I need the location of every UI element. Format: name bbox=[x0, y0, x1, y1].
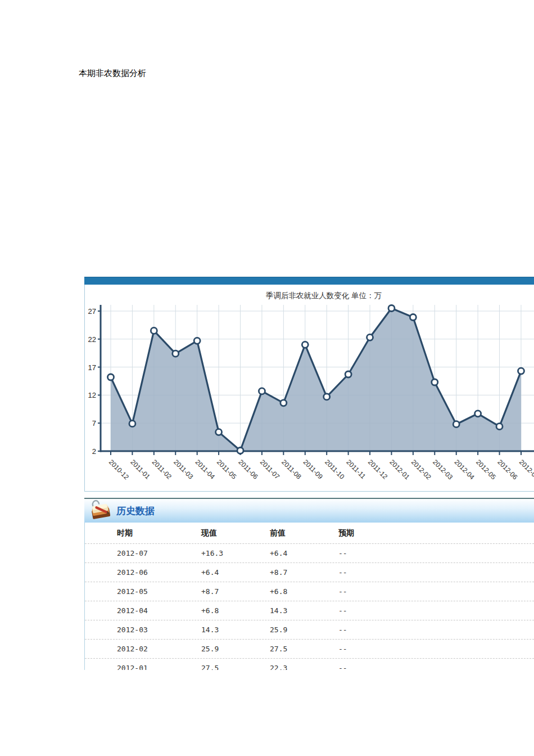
data-point bbox=[216, 429, 222, 435]
table-row: 2012-05+8.7+6.8-- bbox=[85, 582, 534, 601]
data-point bbox=[345, 371, 351, 377]
data-point bbox=[129, 421, 135, 427]
table-cell-current: +6.8 bbox=[201, 606, 270, 615]
table-cell-previous: 27.5 bbox=[270, 645, 338, 653]
column-header: 预期 bbox=[338, 528, 534, 538]
x-tick-label: 2010-12 bbox=[107, 458, 130, 481]
table-cell-period: 2012-01 bbox=[117, 664, 201, 670]
data-point bbox=[151, 327, 157, 334]
x-tick-label: 2012-07 bbox=[518, 458, 534, 481]
data-point bbox=[302, 341, 308, 348]
table-header-row: 时期现值前值预期 bbox=[85, 523, 534, 543]
data-point bbox=[388, 305, 395, 312]
table-cell-forecast: -- bbox=[338, 626, 534, 634]
x-tick-label: 2012-06 bbox=[496, 458, 519, 481]
x-tick-label: 2011-10 bbox=[323, 458, 346, 481]
page-title: 本期非农数据分析 bbox=[79, 68, 146, 79]
table-cell-period: 2012-06 bbox=[117, 568, 201, 577]
table-cell-current: +8.7 bbox=[201, 587, 270, 596]
data-point bbox=[453, 421, 459, 428]
table-cell-previous: 22.3 bbox=[270, 664, 338, 670]
table-row: 2012-07+16.3+6.4-- bbox=[85, 543, 534, 562]
nfp-area-chart: 27221712722010-122011-012011-022011-0320… bbox=[85, 285, 534, 491]
x-tick-label: 2011-12 bbox=[366, 458, 390, 481]
table-row: 2012-06+6.4+8.7-- bbox=[85, 562, 534, 582]
chart-widget-header-bar bbox=[84, 277, 534, 285]
data-point bbox=[518, 368, 524, 374]
y-tick-label: 7 bbox=[92, 419, 96, 428]
document-page: 本期非农数据分析 27221712722010-122011-012011-02… bbox=[0, 0, 534, 756]
x-tick-label: 2011-06 bbox=[237, 458, 260, 481]
table-cell-forecast: -- bbox=[338, 568, 534, 577]
area-fill bbox=[111, 308, 521, 451]
table-cell-previous: +6.8 bbox=[270, 587, 338, 596]
data-point bbox=[475, 411, 481, 417]
table-cell-previous: +6.4 bbox=[270, 549, 338, 557]
x-tick-label: 2011-05 bbox=[215, 458, 238, 481]
table-cell-period: 2012-05 bbox=[117, 587, 201, 596]
data-point bbox=[410, 314, 416, 321]
table-cell-forecast: -- bbox=[338, 606, 534, 615]
table-row: 2012-0225.927.5-- bbox=[85, 639, 534, 658]
x-tick-label: 2012-01 bbox=[388, 458, 411, 481]
data-point bbox=[259, 388, 265, 394]
table-row: 2012-0127.522.3-- bbox=[85, 658, 534, 670]
column-header: 时期 bbox=[117, 528, 201, 538]
x-tick-label: 2012-05 bbox=[474, 458, 497, 481]
table-cell-period: 2012-07 bbox=[117, 549, 201, 557]
column-header: 前值 bbox=[270, 528, 338, 538]
column-header: 现值 bbox=[201, 528, 270, 538]
table-cell-forecast: -- bbox=[338, 664, 534, 670]
x-tick-label: 2011-01 bbox=[129, 458, 152, 481]
table-cell-current: +6.4 bbox=[201, 568, 270, 577]
x-tick-label: 2012-03 bbox=[431, 458, 454, 481]
x-tick-label: 2012-02 bbox=[410, 458, 433, 481]
data-point bbox=[432, 379, 438, 385]
table-cell-previous: 25.9 bbox=[270, 626, 338, 634]
y-tick-label: 27 bbox=[88, 307, 96, 316]
history-section-title: 历史数据 bbox=[116, 505, 155, 518]
x-tick-label: 2011-02 bbox=[151, 458, 174, 481]
history-table: 时期现值前值预期2012-07+16.3+6.4--2012-06+6.4+8.… bbox=[84, 523, 534, 670]
table-cell-forecast: -- bbox=[338, 587, 534, 596]
table-cell-period: 2012-03 bbox=[117, 626, 201, 634]
table-cell-forecast: -- bbox=[338, 645, 534, 653]
data-point bbox=[108, 374, 114, 380]
table-cell-current: +16.3 bbox=[201, 549, 270, 557]
x-tick-label: 2011-03 bbox=[172, 458, 195, 481]
history-data-section: 历史数据 时期现值前值预期2012-07+16.3+6.4--2012-06+6… bbox=[84, 498, 534, 670]
table-cell-current: 14.3 bbox=[201, 626, 270, 634]
data-point bbox=[496, 424, 503, 430]
data-point bbox=[280, 400, 287, 406]
x-tick-label: 2011-11 bbox=[345, 458, 367, 480]
x-tick-label: 2011-04 bbox=[194, 458, 217, 481]
x-tick-label: 2011-08 bbox=[280, 458, 303, 481]
x-tick-label: 2011-09 bbox=[302, 458, 325, 481]
data-point bbox=[367, 334, 373, 340]
data-point bbox=[324, 394, 330, 400]
y-tick-label: 17 bbox=[88, 363, 96, 372]
table-row: 2012-04+6.814.3-- bbox=[85, 601, 534, 620]
x-tick-label: 2011-07 bbox=[259, 458, 282, 481]
data-point bbox=[173, 350, 179, 357]
y-tick-label: 22 bbox=[88, 335, 96, 344]
nfp-chart-widget: 27221712722010-122011-012011-022011-0320… bbox=[84, 277, 534, 491]
table-cell-previous: 14.3 bbox=[270, 606, 338, 615]
data-point bbox=[237, 448, 243, 454]
y-tick-label: 12 bbox=[88, 391, 96, 399]
table-cell-current: 25.9 bbox=[201, 645, 270, 653]
x-tick-label: 2012-04 bbox=[453, 458, 476, 481]
chart-plot-container: 27221712722010-122011-012011-022011-0320… bbox=[84, 285, 534, 492]
table-cell-current: 27.5 bbox=[201, 664, 270, 670]
notebook-pencil-icon bbox=[89, 500, 114, 521]
history-section-header: 历史数据 bbox=[84, 499, 534, 523]
chart-title: 季调后非农就业人数变化 单位：万 bbox=[266, 291, 382, 300]
table-cell-previous: +8.7 bbox=[270, 568, 338, 577]
data-point bbox=[194, 338, 200, 344]
y-tick-label: 2 bbox=[92, 447, 96, 456]
table-row: 2012-0314.325.9-- bbox=[85, 620, 534, 639]
table-cell-period: 2012-02 bbox=[117, 645, 201, 653]
table-cell-forecast: -- bbox=[338, 549, 534, 557]
table-cell-period: 2012-04 bbox=[117, 606, 201, 615]
